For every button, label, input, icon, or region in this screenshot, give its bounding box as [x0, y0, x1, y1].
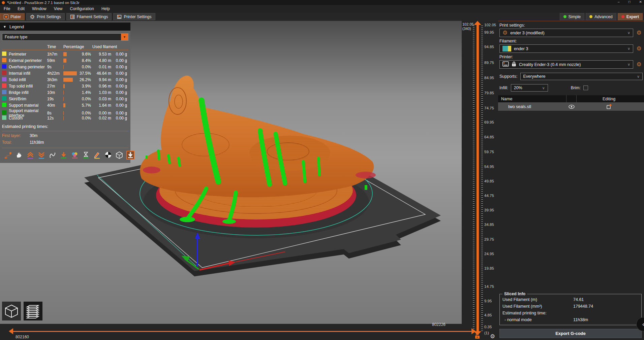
- deretractions-icon[interactable]: [37, 151, 45, 160]
- supports-select[interactable]: Everywhere ∨: [520, 73, 643, 80]
- retractions-icon[interactable]: [26, 151, 34, 160]
- feature-time: 27m: [47, 84, 63, 89]
- menu-configuration[interactable]: Configuration: [66, 6, 98, 11]
- layer-slider-top-handle-icon[interactable]: [474, 21, 481, 25]
- feature-percentage: 8.4%: [77, 58, 92, 63]
- shells-icon[interactable]: [115, 151, 123, 160]
- printer-gear-button[interactable]: ⚙: [635, 61, 643, 68]
- center-of-gravity-icon[interactable]: [104, 151, 112, 160]
- used-filament-mm3-value: 179448.74: [573, 304, 639, 309]
- view-type-value: Feature type: [2, 35, 121, 39]
- moves-range-slider[interactable]: [13, 331, 472, 332]
- editor-view-button[interactable]: [2, 302, 21, 320]
- tab-plater-label: Plater: [10, 14, 21, 19]
- filament-gear-button[interactable]: ⚙: [635, 45, 643, 53]
- feature-filament-m: 0.01 m: [92, 65, 113, 69]
- tab-printer-settings-label: Printer Settings: [124, 14, 151, 19]
- menu-edit[interactable]: Edit: [14, 6, 28, 11]
- layers-icon: [25, 303, 41, 319]
- filament-select[interactable]: ender 3 ∨: [499, 44, 633, 53]
- tool-marker-icon[interactable]: [126, 151, 134, 160]
- feature-time: 4h22m: [47, 71, 63, 76]
- feature-percentage: 5.7%: [77, 103, 92, 108]
- feature-percentage: 0.0%: [77, 97, 92, 101]
- layer-height-label: 99.95: [484, 30, 494, 34]
- legend-panel: ▼ Legend Feature type ▼ Time Percentage …: [0, 23, 130, 163]
- view-type-select[interactable]: Feature type ▼: [2, 33, 128, 41]
- infill-select[interactable]: 20% ∨: [511, 84, 548, 92]
- legend-panel-header[interactable]: ▼ Legend: [0, 23, 130, 31]
- print-settings-gear-button[interactable]: ⚙: [635, 29, 643, 37]
- color-changes-icon[interactable]: [71, 151, 79, 160]
- layer-height-label: 24.95: [484, 252, 494, 256]
- legend-feature-row: Top solid infill27m3.9%0.96 m0.00 g: [2, 83, 128, 89]
- layer-slider-bar[interactable]: [477, 25, 479, 332]
- mode-advanced-label: Advanced: [594, 14, 612, 19]
- preview-view-button[interactable]: [24, 302, 42, 320]
- pause-prints-icon[interactable]: [82, 151, 90, 160]
- travel-icon[interactable]: [4, 151, 12, 160]
- menu-window[interactable]: Window: [28, 6, 50, 11]
- export-gcode-button[interactable]: Export G-code: [499, 329, 642, 338]
- mode-simple-label: Simple: [569, 14, 581, 19]
- simple-mode-dot-icon: [563, 15, 566, 18]
- menu-help[interactable]: Help: [98, 6, 114, 11]
- layer-height-label: 39.95: [484, 208, 494, 212]
- sliced-info-title: Sliced Info: [502, 292, 527, 296]
- tool-changes-icon[interactable]: [60, 151, 68, 160]
- feature-color-swatch: [2, 90, 6, 94]
- mode-expert-label: Expert: [626, 14, 639, 19]
- first-layer-value: 30m: [30, 133, 37, 138]
- feature-label: Solid infill: [9, 77, 47, 82]
- printer-select[interactable]: Creality Ender-3 (0.4 mm nozzle) ∨: [499, 60, 633, 69]
- range-slider-right-handle-icon[interactable]: [471, 328, 476, 334]
- range-slider-left-handle-icon[interactable]: [9, 328, 13, 334]
- filament-settings-icon: [70, 14, 75, 19]
- print-settings-select[interactable]: ⚙ ender 3 (modified) ∨: [499, 29, 633, 37]
- brim-checkbox[interactable]: [583, 86, 588, 90]
- tab-printer-settings[interactable]: Printer Settings: [113, 13, 155, 20]
- tab-filament-settings[interactable]: Filament Settings: [66, 13, 112, 20]
- sliced-model[interactable]: [140, 76, 376, 197]
- layer-height-label: 102.05: [484, 23, 496, 27]
- eye-icon[interactable]: [566, 105, 577, 109]
- minimize-button[interactable]: –: [618, 0, 620, 4]
- tab-print-settings[interactable]: Print Settings: [26, 13, 64, 20]
- feature-percentage-bar: [63, 65, 77, 69]
- menu-view[interactable]: View: [50, 6, 66, 11]
- dropdown-arrow-icon[interactable]: ▼: [121, 34, 128, 40]
- feature-label: External perimeter: [9, 58, 47, 63]
- menu-file[interactable]: File: [0, 6, 14, 11]
- infill-value: 20%: [514, 86, 538, 90]
- feature-color-swatch: [2, 71, 6, 75]
- close-button[interactable]: ✕: [639, 0, 642, 4]
- edit-object-icon[interactable]: [577, 104, 641, 109]
- tab-plater[interactable]: Plater: [0, 13, 25, 20]
- total-time-label: Total:: [2, 140, 30, 145]
- 3d-viewport[interactable]: ▼ Legend Feature type ▼ Time Percentage …: [0, 21, 463, 324]
- legend-feature-row: Internal infill4h22m37.5%46.64 m0.00 g: [2, 70, 128, 76]
- feature-color-swatch: [2, 77, 6, 81]
- legend-toolbar: [2, 148, 128, 161]
- feature-filament-g: 0.00 g: [113, 52, 128, 57]
- sliced-info-panel: Sliced Info Used Filament (m)74.61 Used …: [499, 294, 642, 325]
- mode-expert-button[interactable]: Expert: [618, 13, 643, 20]
- lock-icon[interactable]: [474, 333, 480, 340]
- mode-advanced-button[interactable]: Advanced: [586, 13, 616, 20]
- object-row[interactable]: two seals.stl: [498, 102, 644, 111]
- slider-settings-gear-icon[interactable]: ⚙: [490, 334, 495, 340]
- range-slider-left-value: 802160: [16, 335, 29, 339]
- wipe-icon[interactable]: [15, 151, 23, 160]
- feature-time: 9s: [47, 65, 63, 69]
- seams-icon[interactable]: [49, 151, 57, 160]
- mode-simple-button[interactable]: Simple: [560, 13, 585, 20]
- normal-mode-label: - normal mode: [502, 317, 573, 322]
- feature-filament-m: 4.80 m: [92, 58, 113, 63]
- feature-filament-m: 1.03 m: [92, 90, 113, 95]
- legend-feature-row: Support material interface8s0.0%0.00 m0.…: [2, 108, 128, 115]
- feature-time: 1h7m: [47, 52, 63, 57]
- filament-swatch: [502, 46, 511, 52]
- layer-height-label: 54.95: [484, 165, 494, 169]
- custom-gcodes-icon[interactable]: [93, 151, 101, 160]
- maximize-button[interactable]: □: [628, 0, 631, 4]
